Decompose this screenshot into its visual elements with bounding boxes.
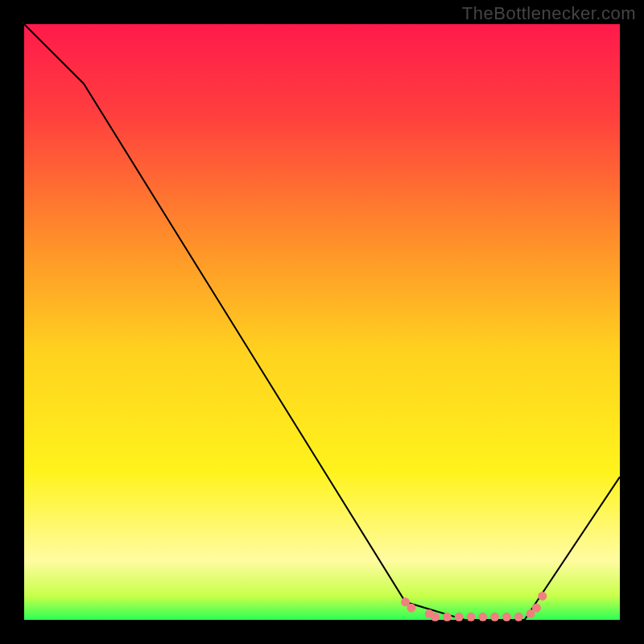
dot [478, 613, 487, 621]
dot [443, 613, 452, 621]
dot [467, 613, 476, 621]
dot [502, 613, 511, 621]
chart-background [24, 24, 620, 620]
bottleneck-chart: TheBottlenecker.com [0, 0, 644, 644]
dot [431, 613, 440, 621]
dot [490, 613, 499, 621]
dot [532, 604, 541, 613]
dot [455, 613, 464, 621]
chart-svg [0, 0, 644, 644]
dot [538, 592, 547, 601]
dot [514, 613, 523, 621]
dot [407, 604, 416, 613]
watermark-text: TheBottlenecker.com [462, 3, 636, 24]
